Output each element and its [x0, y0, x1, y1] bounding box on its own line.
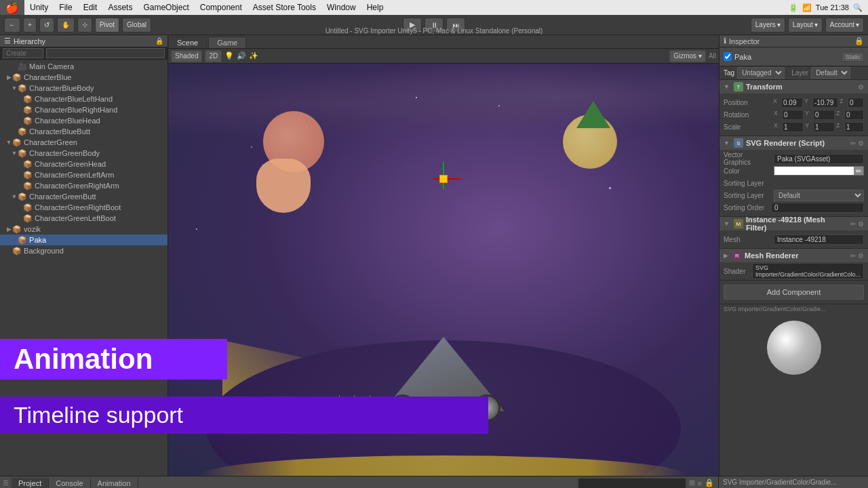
mesh-renderer-menu-icon[interactable]: ⚙: [858, 252, 864, 260]
scale-values: X Y Z: [774, 122, 864, 132]
tab-scene[interactable]: Scene: [168, 37, 207, 48]
tree-paka[interactable]: 📦 Paka: [0, 235, 167, 245]
inspector-lock[interactable]: 🔒: [854, 37, 864, 45]
project-search-input[interactable]: [578, 478, 686, 489]
tree-char-green-head[interactable]: 📦 CharacterGreenHead: [0, 159, 167, 169]
global-btn[interactable]: Global: [122, 18, 151, 33]
pivot-btn[interactable]: Pivot: [95, 18, 119, 33]
preview-circle: [767, 321, 821, 375]
window-menu[interactable]: Window: [321, 0, 361, 15]
project-icon2[interactable]: ≡: [698, 479, 702, 487]
tree-char-blue-butt[interactable]: 📦 CharacterBlueButt: [0, 126, 167, 137]
mesh-renderer-label: Mesh Renderer: [745, 251, 798, 260]
transform-gizmo: [433, 169, 454, 189]
svg-controls: ✏ ⚙: [850, 140, 864, 147]
rot-x-input[interactable]: [782, 110, 804, 120]
tree-char-green-leftboot[interactable]: 📦 CharacterGreenLeftBoot: [0, 213, 167, 224]
tab-animation[interactable]: Animation: [91, 478, 138, 489]
mesh-edit-icon[interactable]: ✏: [850, 220, 856, 228]
pos-x-label: X: [773, 98, 780, 108]
color-picker[interactable]: ✏: [774, 166, 864, 176]
move-btn[interactable]: ⊹: [77, 18, 92, 33]
pos-z-input[interactable]: [848, 98, 864, 108]
hierarchy-lock[interactable]: 🔒: [155, 37, 163, 45]
tree-main-camera[interactable]: 🎥 Main Camera: [0, 61, 167, 72]
tree-char-blue-lefthand[interactable]: 📦 CharacterBlueLeftHand: [0, 94, 167, 104]
inspector-title: Inspector: [729, 37, 760, 45]
shading-btn[interactable]: Shaded: [171, 50, 202, 62]
tree-character-blue[interactable]: ▶📦 CharacterBlue: [0, 72, 167, 83]
tree-char-blue-head[interactable]: 📦 CharacterBlueHead: [0, 115, 167, 126]
svg-menu-icon[interactable]: ⚙: [858, 140, 864, 147]
rot-z-input[interactable]: [844, 110, 864, 120]
transform-header[interactable]: ▼ T Transform ⚙: [719, 80, 868, 94]
assets-menu[interactable]: Assets: [102, 0, 138, 15]
hierarchy-title: Hierarchy: [14, 37, 45, 45]
scale-z-input[interactable]: [844, 122, 864, 132]
add-component-button[interactable]: Add Component: [724, 285, 864, 300]
bottom-panels: ☰ Project Console Animation ⊞ ≡ 🔒 ▼ Favo…: [0, 476, 868, 488]
project-icon1[interactable]: ⊞: [689, 479, 695, 487]
2d-btn[interactable]: 2D: [205, 50, 222, 62]
sorting-layer-select[interactable]: Default: [774, 190, 864, 201]
svg-renderer-header[interactable]: ▼ S SVG Renderer (Script) ✏ ⚙: [719, 136, 868, 150]
timeline-text: Timeline support: [14, 402, 183, 428]
layout-btn[interactable]: Layout ▾: [788, 18, 823, 33]
tree-background[interactable]: 📦 Background: [0, 245, 167, 256]
apple-menu[interactable]: 🍎: [0, 0, 24, 15]
hierarchy-search-input[interactable]: [3, 48, 43, 58]
tree-char-green-rightarm[interactable]: 📦 CharacterGreenRightArm: [0, 180, 167, 191]
rot-y-input[interactable]: [813, 110, 835, 120]
tab-game[interactable]: Game: [208, 37, 246, 48]
tree-vozik[interactable]: ▶📦 vozik: [0, 224, 167, 235]
mesh-menu-icon[interactable]: ⚙: [858, 220, 864, 228]
unity-menu[interactable]: Unity: [24, 0, 54, 15]
mesh-renderer-edit-icon[interactable]: ✏: [850, 252, 856, 260]
gizmos-btn[interactable]: Gizmos ▾: [669, 50, 706, 62]
object-enabled-checkbox[interactable]: [724, 52, 732, 61]
undo-btn[interactable]: ↺: [39, 18, 54, 33]
layer-label: Layer: [791, 69, 808, 77]
forward-btn[interactable]: +: [23, 18, 37, 33]
component-menu[interactable]: Component: [195, 0, 248, 15]
file-menu[interactable]: File: [54, 0, 77, 15]
asset-store-tools-menu[interactable]: Asset Store Tools: [248, 0, 321, 15]
layers-btn[interactable]: Layers ▾: [751, 18, 785, 33]
svg-edit-icon[interactable]: ✏: [850, 140, 856, 147]
scale-x-label: X: [774, 122, 781, 132]
transform-menu-icon[interactable]: ⚙: [858, 83, 864, 91]
account-btn[interactable]: Account ▾: [825, 18, 864, 33]
sorting-order-input[interactable]: [771, 203, 864, 213]
gameobject-menu[interactable]: GameObject: [138, 0, 194, 15]
tag-select[interactable]: Untagged: [737, 67, 785, 79]
help-menu[interactable]: Help: [361, 0, 389, 15]
tree-char-green-body[interactable]: ▼📦 CharacterGreenBody: [0, 148, 167, 159]
tree-char-green-leftarm[interactable]: 📦 CharacterGreenLeftArm: [0, 169, 167, 180]
tree-char-blue-righthand[interactable]: 📦 CharacterBlueRightHand: [0, 104, 167, 115]
mesh-renderer-header[interactable]: ▶ R Mesh Renderer ✏ ⚙: [719, 249, 868, 262]
static-button[interactable]: Static: [842, 52, 864, 62]
edit-menu[interactable]: Edit: [78, 0, 103, 15]
tree-character-green[interactable]: ▼📦 CharacterGreen: [0, 137, 167, 148]
pos-x-input[interactable]: [781, 98, 803, 108]
tree-char-green-rightboot[interactable]: 📦 CharacterGreenRightBoot: [0, 202, 167, 213]
menubar: 🍎 Unity File Edit Assets GameObject Comp…: [0, 0, 868, 15]
back-btn[interactable]: ←: [4, 18, 20, 33]
search-icon[interactable]: 🔍: [853, 3, 863, 12]
project-icon3[interactable]: 🔒: [705, 479, 714, 487]
char-blue-body: [256, 159, 311, 213]
pos-y-input[interactable]: [812, 98, 838, 108]
tab-project[interactable]: Project: [12, 478, 49, 489]
hand-btn[interactable]: ✋: [57, 18, 75, 33]
scale-x-input[interactable]: [782, 122, 804, 132]
project-tab-icon: ☰: [0, 479, 12, 487]
tree-character-blue-body[interactable]: ▼📦 CharacterBlueBody: [0, 83, 167, 94]
hierarchy-filter-input[interactable]: [46, 48, 165, 58]
tree-char-green-butt[interactable]: ▼📦 CharacterGreenButt: [0, 191, 167, 202]
shader-value: SVG Importer/GradientColor/GradientColo.…: [752, 263, 864, 279]
scale-y-input[interactable]: [813, 122, 835, 132]
mesh-filter-header[interactable]: ▼ M Instance -49218 (Mesh Filter) ✏ ⚙: [719, 217, 868, 230]
tab-console[interactable]: Console: [49, 478, 90, 489]
battery-icon: 🔋: [789, 3, 798, 12]
layer-select[interactable]: Default: [811, 67, 850, 79]
